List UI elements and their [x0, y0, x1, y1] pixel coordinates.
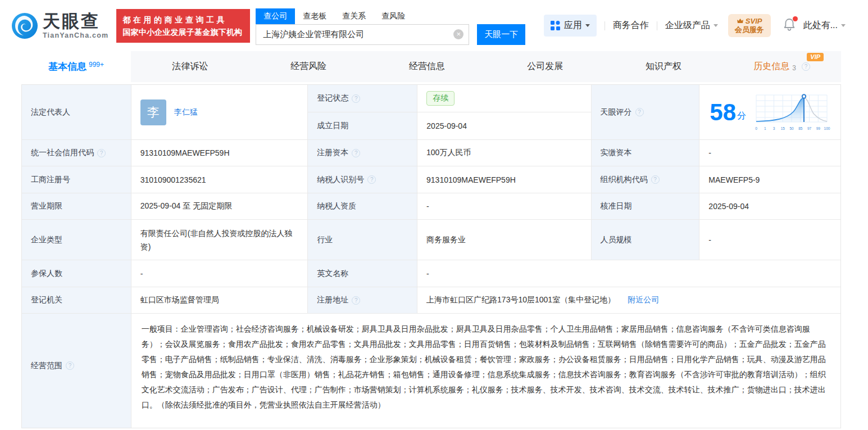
business-cooperation-link[interactable]: 商务合作	[613, 20, 649, 31]
table-row: 统一社会信用代码 ? 91310109MAEWEFP59H 注册资本 ? 100…	[22, 140, 840, 166]
tianyancha-logo[interactable]: 天眼查 TianYanCha.com	[11, 12, 108, 39]
reg-number-label-cell: 工商注册号	[22, 166, 131, 193]
table-row: 参保人数 - 英文名称 -	[22, 260, 840, 287]
help-icon[interactable]: ?	[651, 175, 660, 184]
nearby-companies-link[interactable]: 附近公司	[628, 295, 659, 305]
svg-text:99: 99	[816, 126, 821, 130]
legal-rep-avatar[interactable]: 李	[140, 99, 166, 125]
apps-menu-button[interactable]: 应用	[544, 15, 597, 37]
search-tab-relation[interactable]: 查关系	[334, 8, 374, 24]
org-code-label-cell: 组织机构代码 ?	[592, 166, 700, 193]
establish-date-label: 成立日期	[317, 121, 348, 131]
account-menu[interactable]: 此处有...	[803, 20, 846, 31]
tab-operating-risk[interactable]: 经营风险	[249, 51, 368, 82]
industry-label: 行业	[317, 235, 333, 245]
table-row: 工商注册号 310109001235621 纳税人识别号 ? 91310109M…	[22, 166, 840, 193]
brand-domain: TianYanCha.com	[43, 32, 108, 39]
registry-authority-label-cell: 登记机关	[22, 287, 131, 313]
search-tab-boss[interactable]: 查老板	[295, 8, 334, 24]
tab-business-info-label: 经营信息	[409, 61, 445, 73]
business-cooperation-label: 商务合作	[613, 20, 649, 31]
search-tab-company[interactable]: 查公司	[256, 8, 295, 24]
industry-value: 商务服务业	[417, 220, 592, 260]
business-scope-value: 一般项目：企业管理咨询；社会经济咨询服务；机械设备研发；厨具卫具及日用杂品批发；…	[131, 314, 840, 428]
enterprise-products-menu[interactable]: 企业级产品	[665, 20, 718, 31]
tab-history-count: 3	[792, 64, 796, 72]
business-term-label-cell: 营业期限	[22, 193, 131, 219]
slogan-line2: 国家中小企业发展子基金旗下机构	[122, 26, 244, 38]
tab-lawsuits[interactable]: 法律诉讼	[131, 51, 249, 82]
search-tab-risk[interactable]: 查风险	[374, 8, 413, 24]
help-icon[interactable]: ?	[352, 149, 360, 157]
business-term-value: 2025-09-04 至 无固定期限	[131, 193, 308, 219]
approval-date-value: 2025-09-04	[699, 193, 840, 219]
score-value: 58	[710, 101, 736, 124]
registry-authority-value: 虹口区市场监督管理局	[131, 287, 308, 313]
reg-number-value: 310109001235621	[131, 166, 308, 193]
help-icon[interactable]: ?	[352, 94, 360, 103]
section-tabbar: 基本信息 999+ 法律诉讼 经营风险 经营信息 公司发展 知识产权 历史信息 …	[21, 51, 841, 82]
search-button[interactable]: 天眼一下	[477, 24, 525, 45]
legal-rep-label-cell: 法定代表人	[22, 85, 131, 139]
score-label-cell: 天眼评分 ?	[592, 85, 700, 139]
insured-count-label-cell: 参保人数	[22, 260, 131, 287]
table-row: 营业期限 2025-09-04 至 无固定期限 纳税人资质 - 核准日期 202…	[22, 193, 840, 220]
paid-capital-value: -	[699, 140, 840, 166]
credit-code-label-cell: 统一社会信用代码 ?	[22, 140, 131, 166]
score-value-cell: 58 分	[699, 85, 840, 139]
search-input[interactable]	[256, 24, 469, 45]
top-right-nav: 应用 商务合作 企业级产品 SVIP 会员服务	[544, 14, 846, 37]
help-icon[interactable]: ?	[802, 62, 810, 71]
tianyancha-logo-icon	[11, 12, 38, 39]
reg-number-label: 工商注册号	[31, 175, 70, 185]
status-badge: 存续	[426, 91, 455, 106]
search-area: 查公司 查老板 查关系 查风险 × 天眼一下	[256, 8, 525, 45]
tab-company-development[interactable]: 公司发展	[486, 51, 605, 82]
svg-text:15: 15	[781, 126, 785, 130]
page: 天眼查 TianYanCha.com 都在用的商业查询工具 国家中小企业发展子基…	[0, 0, 868, 430]
svg-text:3: 3	[773, 126, 775, 130]
svg-text:1: 1	[764, 126, 766, 130]
paid-capital-label-cell: 实缴资本	[592, 140, 700, 166]
help-icon[interactable]: ?	[367, 175, 376, 184]
enterprise-products-label: 企业级产品	[665, 20, 710, 31]
score-unit: 分	[737, 110, 746, 122]
svg-text:100: 100	[824, 126, 830, 130]
staff-size-value: -	[699, 220, 840, 260]
help-icon[interactable]: ?	[97, 149, 106, 157]
tab-intellectual-property-label: 知识产权	[646, 61, 681, 73]
help-icon[interactable]: ?	[66, 361, 74, 370]
svg-text:0: 0	[755, 126, 757, 130]
company-info-table: 法定代表人 李 李仁猛 登记状态 ? 存续 成立日期	[21, 84, 841, 428]
notifications-button[interactable]	[783, 18, 796, 34]
tab-operating-risk-label: 经营风险	[290, 61, 326, 73]
slogan-line1: 都在用的商业查询工具	[122, 13, 244, 26]
search-tabs: 查公司 查老板 查关系 查风险	[256, 8, 525, 24]
tab-history-info[interactable]: 历史信息 3 ? VIP	[722, 51, 841, 82]
help-icon[interactable]: ?	[352, 296, 360, 305]
tab-basic-info[interactable]: 基本信息 999+	[21, 51, 131, 82]
reg-capital-value: 100万人民币	[417, 140, 592, 166]
taxpayer-quality-label: 纳税人资质	[317, 201, 356, 211]
reg-address-label: 注册地址	[317, 295, 348, 305]
establish-date-label-cell: 成立日期	[308, 112, 417, 139]
divider	[605, 21, 605, 30]
staff-size-label-cell: 人员规模	[592, 220, 700, 260]
legal-rep-name-link[interactable]: 李仁猛	[174, 107, 198, 117]
approval-date-label: 核准日期	[601, 201, 632, 211]
svip-line2: 会员服务	[735, 25, 764, 34]
taxpayer-id-value: 91310109MAEWEFP59H	[417, 166, 592, 193]
notification-dot	[793, 16, 798, 21]
tab-basic-info-badge: 999+	[89, 61, 104, 69]
svip-membership-button[interactable]: SVIP 会员服务	[728, 14, 771, 37]
reg-capital-label-cell: 注册资本 ?	[308, 140, 417, 166]
insured-count-value: -	[131, 260, 308, 287]
registry-authority-label: 登记机关	[31, 295, 62, 305]
help-icon[interactable]: ?	[635, 108, 644, 116]
taxpayer-quality-value: -	[417, 193, 592, 219]
tab-business-info[interactable]: 经营信息	[367, 51, 486, 82]
brand-name: 天眼查	[43, 12, 108, 30]
reg-status-label-cell: 登记状态 ?	[308, 85, 417, 112]
legal-rep-value-cell: 李 李仁猛	[131, 85, 308, 139]
tab-intellectual-property[interactable]: 知识产权	[605, 51, 723, 82]
